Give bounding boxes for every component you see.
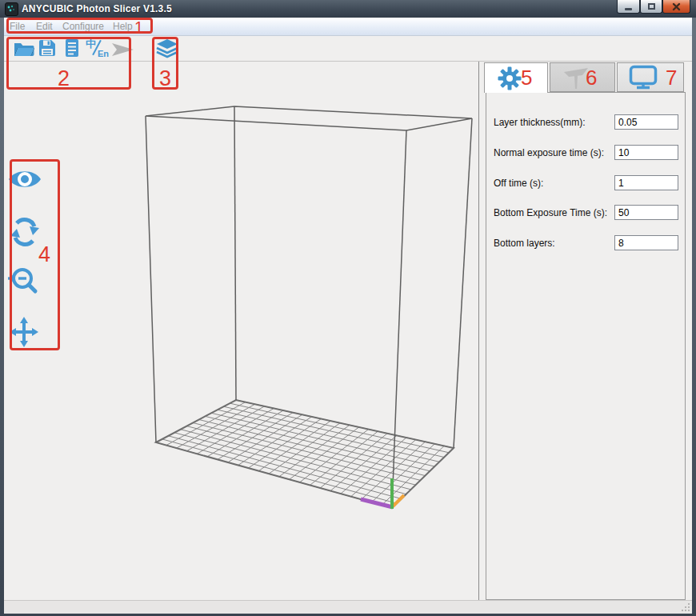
main-toolbar: 中 En (4, 36, 692, 62)
move-icon (10, 317, 38, 347)
build-plate-outline (156, 400, 454, 508)
tab-support-settings[interactable] (550, 62, 615, 92)
app-window: ANYCUBIC Photon Slicer V1.3.5 File Edit … (0, 0, 696, 616)
bottom-exposure-input[interactable] (614, 205, 678, 220)
minimize-icon (625, 8, 632, 10)
zoom-icon (8, 266, 40, 297)
rotate-button[interactable] (10, 217, 40, 250)
document-icon (63, 38, 81, 58)
monitor-icon (629, 65, 658, 90)
close-icon (672, 2, 681, 11)
move-button[interactable] (10, 317, 38, 350)
title-bar[interactable]: ANYCUBIC Photon Slicer V1.3.5 (0, 0, 696, 18)
arrow-icon (110, 41, 134, 58)
bottom-layers-label: Bottom layers: (494, 238, 555, 249)
rotate-icon (10, 217, 40, 247)
zoom-button[interactable] (8, 266, 40, 299)
menu-bar: File Edit Configure Help (4, 18, 692, 36)
window-title: ANYCUBIC Photon Slicer V1.3.5 (22, 3, 172, 14)
normal-exposure-label: Normal exposure time (s): (494, 147, 604, 158)
x-axis-purple (361, 499, 393, 507)
save-floppy-icon (38, 38, 57, 58)
normal-exposure-input[interactable] (614, 145, 678, 160)
window-controls (617, 0, 690, 14)
open-folder-icon (13, 39, 35, 58)
off-time-label: Off time (s): (494, 178, 543, 189)
language-icon: 中 En (86, 38, 110, 58)
close-button[interactable] (662, 0, 690, 14)
maximize-button[interactable] (640, 0, 662, 14)
copy-button[interactable] (63, 38, 81, 61)
open-file-button[interactable] (13, 39, 35, 61)
menu-help[interactable]: Help (113, 21, 133, 32)
layer-thickness-label: Layer thickness(mm): (494, 117, 586, 128)
viewport-3d[interactable] (4, 62, 478, 600)
save-button[interactable] (38, 38, 57, 60)
status-bar (4, 600, 692, 614)
maximize-icon (648, 3, 655, 10)
app-logo-icon (5, 2, 18, 16)
print-settings-panel: Layer thickness(mm): Normal exposure tim… (486, 92, 686, 600)
language-toggle-button[interactable]: 中 En (86, 38, 110, 58)
eye-icon (8, 168, 42, 190)
menu-edit[interactable]: Edit (36, 21, 53, 32)
resize-grip[interactable] (680, 602, 690, 612)
layers-view-button[interactable] (156, 38, 178, 62)
build-volume-wireframe (4, 62, 478, 600)
support-tree-icon (562, 65, 590, 90)
window-border-right (692, 18, 696, 616)
bottom-exposure-label: Bottom Exposure Time (s): (494, 207, 607, 218)
layers-icon (156, 38, 178, 59)
slice-button-disabled[interactable] (110, 41, 134, 61)
tab-print-settings[interactable] (484, 62, 548, 93)
panel-divider (478, 62, 479, 600)
off-time-input[interactable] (614, 175, 678, 190)
menu-file[interactable]: File (10, 21, 25, 32)
minimize-button[interactable] (617, 0, 640, 14)
bottom-layers-input[interactable] (614, 235, 678, 250)
layer-thickness-input[interactable] (614, 114, 678, 130)
gear-icon (498, 66, 522, 90)
tab-machine-settings[interactable] (617, 62, 684, 92)
menu-configure[interactable]: Configure (62, 21, 104, 32)
view-button[interactable] (8, 168, 42, 193)
